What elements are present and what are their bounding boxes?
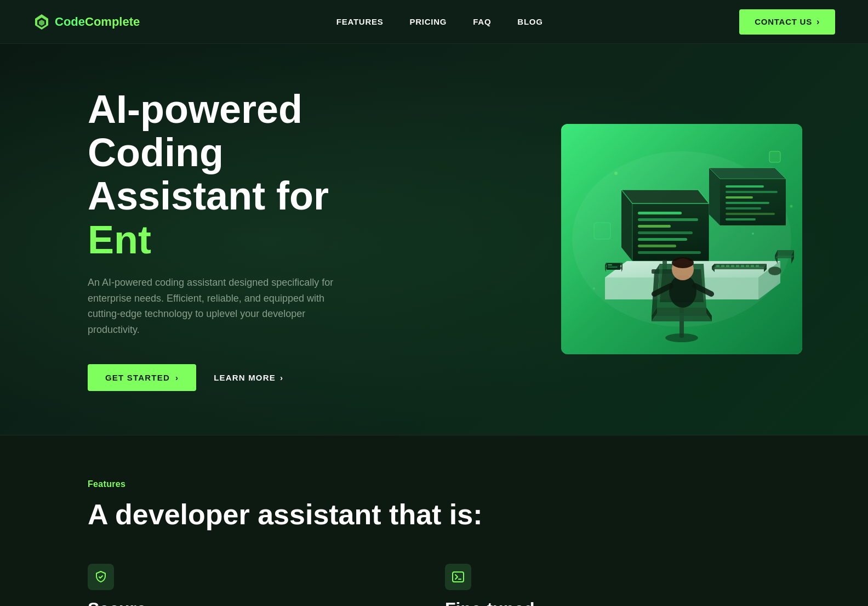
svg-rect-24: [726, 185, 764, 188]
contact-us-label: CONTACT US: [755, 17, 812, 26]
hero-title-line2: Assistant for: [88, 174, 329, 218]
svg-point-76: [752, 233, 754, 235]
navbar: CodeComplete FEATURES PRICING FAQ BLOG C…: [0, 0, 868, 44]
svg-rect-68: [608, 267, 618, 268]
features-grid: Secure Fine-tuned: [88, 564, 780, 606]
svg-rect-57: [746, 265, 749, 267]
hero-content: AI-powered Coding Assistant for Ent An A…: [88, 88, 416, 391]
svg-rect-15: [638, 225, 671, 228]
learn-more-button[interactable]: LEARN MORE ›: [214, 373, 283, 382]
svg-marker-20: [709, 168, 786, 179]
svg-point-77: [790, 205, 793, 208]
svg-marker-72: [775, 256, 794, 258]
svg-rect-26: [726, 196, 753, 199]
svg-rect-25: [726, 191, 778, 193]
contact-us-button[interactable]: CONTACT US ›: [739, 9, 835, 35]
features-section-title: A developer assistant that is:: [88, 498, 780, 531]
svg-rect-73: [594, 223, 610, 239]
feature-fine-tuned-name: Fine-tuned: [445, 599, 780, 606]
shield-icon: [94, 570, 107, 584]
svg-rect-54: [731, 265, 734, 267]
svg-marker-8: [621, 190, 709, 203]
svg-rect-13: [638, 212, 682, 214]
svg-rect-16: [638, 231, 693, 234]
svg-rect-51: [716, 265, 719, 267]
learn-more-label: LEARN MORE: [214, 373, 276, 382]
svg-rect-56: [741, 265, 744, 267]
terminal-icon: [452, 570, 465, 584]
svg-rect-58: [751, 265, 754, 267]
feature-secure: Secure: [88, 564, 423, 606]
svg-rect-55: [736, 265, 739, 267]
get-started-button[interactable]: GET STARTED ›: [88, 364, 196, 391]
logo-word2: Complete: [85, 15, 140, 29]
svg-rect-53: [726, 265, 729, 267]
learn-more-arrow: ›: [280, 373, 283, 382]
svg-rect-52: [721, 265, 724, 267]
svg-marker-69: [775, 250, 794, 256]
nav-faq[interactable]: FAQ: [473, 17, 491, 26]
logo-word1: Code: [55, 15, 85, 29]
nav-links: FEATURES PRICING FAQ BLOG: [336, 17, 543, 26]
features-section-label: Features: [88, 479, 780, 489]
svg-rect-30: [726, 218, 756, 220]
hero-title-line3-green: Ent: [88, 218, 151, 262]
features-section: Features A developer assistant that is: …: [0, 435, 868, 606]
nav-features[interactable]: FEATURES: [336, 17, 384, 26]
svg-rect-74: [769, 151, 780, 162]
nav-blog[interactable]: BLOG: [517, 17, 542, 26]
svg-rect-59: [756, 265, 759, 267]
secure-icon-box: [88, 564, 114, 590]
contact-us-arrow: ›: [816, 17, 820, 27]
svg-rect-27: [726, 202, 769, 204]
svg-point-44: [672, 257, 694, 268]
svg-rect-17: [638, 238, 687, 241]
logo-icon: [33, 13, 50, 31]
svg-rect-29: [726, 213, 775, 215]
hero-section: AI-powered Coding Assistant for Ent An A…: [0, 44, 868, 435]
hero-description: An AI-powered coding assistant designed …: [88, 275, 356, 338]
svg-point-78: [593, 287, 595, 290]
svg-rect-14: [638, 218, 698, 221]
nav-pricing[interactable]: PRICING: [409, 17, 447, 26]
svg-point-75: [614, 172, 618, 175]
svg-rect-67: [608, 264, 612, 265]
hero-title: AI-powered Coding Assistant for Ent: [88, 88, 416, 262]
logo[interactable]: CodeComplete: [33, 13, 140, 31]
hero-illustration: [561, 124, 802, 354]
hero-svg: [561, 124, 802, 354]
get-started-label: GET STARTED: [105, 373, 170, 382]
svg-rect-19: [638, 251, 701, 254]
svg-marker-38: [652, 313, 712, 321]
fine-tuned-icon-box: [445, 564, 471, 590]
logo-text: CodeComplete: [55, 15, 140, 29]
feature-secure-name: Secure: [88, 599, 423, 606]
hero-buttons: GET STARTED › LEARN MORE ›: [88, 364, 416, 391]
svg-rect-28: [726, 207, 761, 209]
feature-fine-tuned: Fine-tuned: [445, 564, 780, 606]
svg-rect-18: [638, 245, 676, 247]
hero-title-line1: AI-powered Coding: [88, 87, 302, 174]
get-started-arrow: ›: [175, 373, 179, 382]
